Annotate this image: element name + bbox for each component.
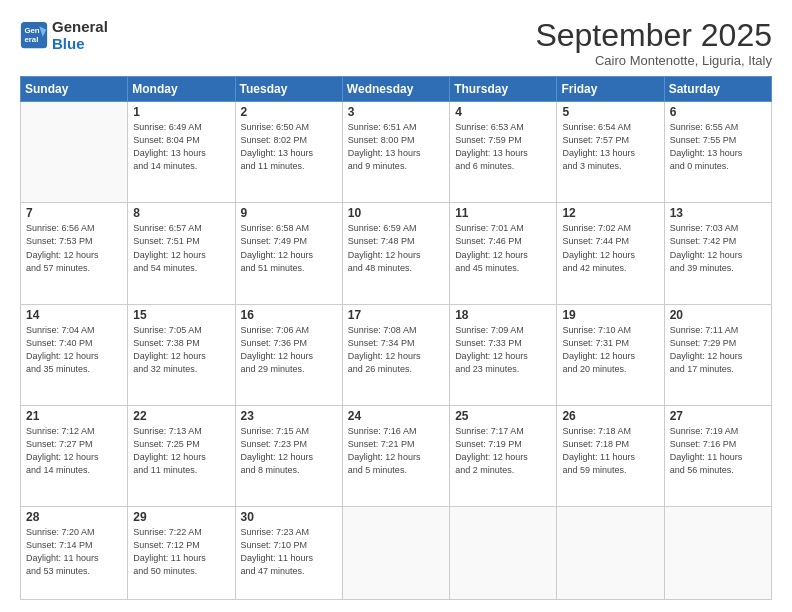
day-info: Sunrise: 7:08 AM Sunset: 7:34 PM Dayligh… (348, 324, 444, 376)
table-row: 3Sunrise: 6:51 AM Sunset: 8:00 PM Daylig… (342, 102, 449, 203)
weekday-header-row: Sunday Monday Tuesday Wednesday Thursday… (21, 77, 772, 102)
table-row (342, 507, 449, 600)
table-row: 24Sunrise: 7:16 AM Sunset: 7:21 PM Dayli… (342, 405, 449, 506)
logo-text: General Blue (52, 18, 108, 53)
day-number: 24 (348, 409, 444, 423)
day-info: Sunrise: 7:22 AM Sunset: 7:12 PM Dayligh… (133, 526, 229, 578)
day-info: Sunrise: 7:11 AM Sunset: 7:29 PM Dayligh… (670, 324, 766, 376)
table-row: 10Sunrise: 6:59 AM Sunset: 7:48 PM Dayli… (342, 203, 449, 304)
table-row: 16Sunrise: 7:06 AM Sunset: 7:36 PM Dayli… (235, 304, 342, 405)
day-number: 10 (348, 206, 444, 220)
day-info: Sunrise: 6:53 AM Sunset: 7:59 PM Dayligh… (455, 121, 551, 173)
table-row: 28Sunrise: 7:20 AM Sunset: 7:14 PM Dayli… (21, 507, 128, 600)
day-info: Sunrise: 7:05 AM Sunset: 7:38 PM Dayligh… (133, 324, 229, 376)
day-number: 18 (455, 308, 551, 322)
day-info: Sunrise: 6:55 AM Sunset: 7:55 PM Dayligh… (670, 121, 766, 173)
page: Gen eral General Blue September 2025 Cai… (0, 0, 792, 612)
location-subtitle: Cairo Montenotte, Liguria, Italy (535, 53, 772, 68)
table-row (557, 507, 664, 600)
day-number: 4 (455, 105, 551, 119)
table-row: 27Sunrise: 7:19 AM Sunset: 7:16 PM Dayli… (664, 405, 771, 506)
day-number: 13 (670, 206, 766, 220)
svg-text:eral: eral (24, 35, 38, 44)
day-info: Sunrise: 7:09 AM Sunset: 7:33 PM Dayligh… (455, 324, 551, 376)
header-wednesday: Wednesday (342, 77, 449, 102)
table-row: 4Sunrise: 6:53 AM Sunset: 7:59 PM Daylig… (450, 102, 557, 203)
table-row: 21Sunrise: 7:12 AM Sunset: 7:27 PM Dayli… (21, 405, 128, 506)
table-row: 12Sunrise: 7:02 AM Sunset: 7:44 PM Dayli… (557, 203, 664, 304)
table-row (21, 102, 128, 203)
day-info: Sunrise: 7:10 AM Sunset: 7:31 PM Dayligh… (562, 324, 658, 376)
day-number: 19 (562, 308, 658, 322)
header: Gen eral General Blue September 2025 Cai… (20, 18, 772, 68)
day-number: 22 (133, 409, 229, 423)
day-number: 21 (26, 409, 122, 423)
day-number: 14 (26, 308, 122, 322)
day-number: 7 (26, 206, 122, 220)
day-info: Sunrise: 7:17 AM Sunset: 7:19 PM Dayligh… (455, 425, 551, 477)
table-row: 19Sunrise: 7:10 AM Sunset: 7:31 PM Dayli… (557, 304, 664, 405)
table-row: 5Sunrise: 6:54 AM Sunset: 7:57 PM Daylig… (557, 102, 664, 203)
day-info: Sunrise: 6:49 AM Sunset: 8:04 PM Dayligh… (133, 121, 229, 173)
table-row: 8Sunrise: 6:57 AM Sunset: 7:51 PM Daylig… (128, 203, 235, 304)
table-row: 20Sunrise: 7:11 AM Sunset: 7:29 PM Dayli… (664, 304, 771, 405)
svg-text:Gen: Gen (24, 27, 39, 36)
day-info: Sunrise: 7:19 AM Sunset: 7:16 PM Dayligh… (670, 425, 766, 477)
day-info: Sunrise: 7:06 AM Sunset: 7:36 PM Dayligh… (241, 324, 337, 376)
day-info: Sunrise: 6:51 AM Sunset: 8:00 PM Dayligh… (348, 121, 444, 173)
logo-icon: Gen eral (20, 21, 48, 49)
day-info: Sunrise: 7:03 AM Sunset: 7:42 PM Dayligh… (670, 222, 766, 274)
day-number: 6 (670, 105, 766, 119)
day-number: 28 (26, 510, 122, 524)
month-title: September 2025 (535, 18, 772, 53)
table-row: 2Sunrise: 6:50 AM Sunset: 8:02 PM Daylig… (235, 102, 342, 203)
table-row: 25Sunrise: 7:17 AM Sunset: 7:19 PM Dayli… (450, 405, 557, 506)
day-number: 20 (670, 308, 766, 322)
table-row: 7Sunrise: 6:56 AM Sunset: 7:53 PM Daylig… (21, 203, 128, 304)
day-number: 8 (133, 206, 229, 220)
table-row: 23Sunrise: 7:15 AM Sunset: 7:23 PM Dayli… (235, 405, 342, 506)
header-sunday: Sunday (21, 77, 128, 102)
day-number: 15 (133, 308, 229, 322)
day-number: 27 (670, 409, 766, 423)
logo-blue: Blue (52, 35, 85, 52)
day-info: Sunrise: 7:04 AM Sunset: 7:40 PM Dayligh… (26, 324, 122, 376)
day-info: Sunrise: 7:18 AM Sunset: 7:18 PM Dayligh… (562, 425, 658, 477)
day-number: 5 (562, 105, 658, 119)
table-row (664, 507, 771, 600)
day-number: 12 (562, 206, 658, 220)
table-row (450, 507, 557, 600)
day-info: Sunrise: 6:57 AM Sunset: 7:51 PM Dayligh… (133, 222, 229, 274)
day-info: Sunrise: 6:54 AM Sunset: 7:57 PM Dayligh… (562, 121, 658, 173)
day-number: 1 (133, 105, 229, 119)
day-info: Sunrise: 7:15 AM Sunset: 7:23 PM Dayligh… (241, 425, 337, 477)
day-number: 3 (348, 105, 444, 119)
day-info: Sunrise: 6:58 AM Sunset: 7:49 PM Dayligh… (241, 222, 337, 274)
table-row: 26Sunrise: 7:18 AM Sunset: 7:18 PM Dayli… (557, 405, 664, 506)
day-info: Sunrise: 7:01 AM Sunset: 7:46 PM Dayligh… (455, 222, 551, 274)
header-monday: Monday (128, 77, 235, 102)
day-number: 16 (241, 308, 337, 322)
day-number: 17 (348, 308, 444, 322)
table-row: 14Sunrise: 7:04 AM Sunset: 7:40 PM Dayli… (21, 304, 128, 405)
table-row: 11Sunrise: 7:01 AM Sunset: 7:46 PM Dayli… (450, 203, 557, 304)
day-info: Sunrise: 7:12 AM Sunset: 7:27 PM Dayligh… (26, 425, 122, 477)
table-row: 17Sunrise: 7:08 AM Sunset: 7:34 PM Dayli… (342, 304, 449, 405)
day-info: Sunrise: 7:13 AM Sunset: 7:25 PM Dayligh… (133, 425, 229, 477)
header-tuesday: Tuesday (235, 77, 342, 102)
table-row: 9Sunrise: 6:58 AM Sunset: 7:49 PM Daylig… (235, 203, 342, 304)
header-friday: Friday (557, 77, 664, 102)
day-number: 30 (241, 510, 337, 524)
table-row: 15Sunrise: 7:05 AM Sunset: 7:38 PM Dayli… (128, 304, 235, 405)
logo: Gen eral General Blue (20, 18, 108, 53)
day-number: 26 (562, 409, 658, 423)
table-row: 29Sunrise: 7:22 AM Sunset: 7:12 PM Dayli… (128, 507, 235, 600)
day-info: Sunrise: 7:20 AM Sunset: 7:14 PM Dayligh… (26, 526, 122, 578)
table-row: 30Sunrise: 7:23 AM Sunset: 7:10 PM Dayli… (235, 507, 342, 600)
day-number: 11 (455, 206, 551, 220)
day-info: Sunrise: 7:23 AM Sunset: 7:10 PM Dayligh… (241, 526, 337, 578)
day-info: Sunrise: 6:59 AM Sunset: 7:48 PM Dayligh… (348, 222, 444, 274)
day-info: Sunrise: 6:56 AM Sunset: 7:53 PM Dayligh… (26, 222, 122, 274)
table-row: 22Sunrise: 7:13 AM Sunset: 7:25 PM Dayli… (128, 405, 235, 506)
table-row: 13Sunrise: 7:03 AM Sunset: 7:42 PM Dayli… (664, 203, 771, 304)
